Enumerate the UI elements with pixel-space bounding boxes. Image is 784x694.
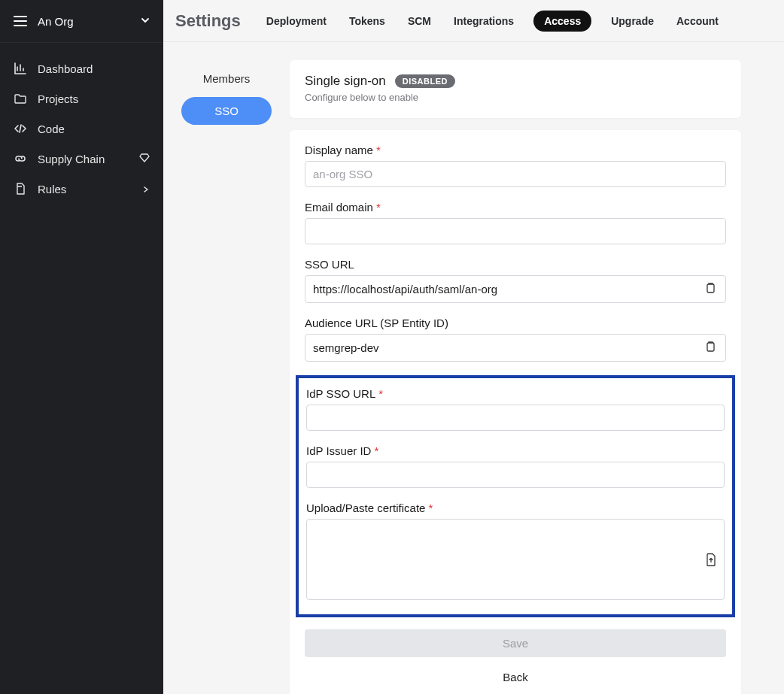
hamburger-icon (14, 16, 27, 26)
required-marker: * (428, 502, 433, 514)
back-button[interactable]: Back (305, 663, 726, 691)
subnav-members[interactable]: Members (181, 65, 272, 92)
label-email-domain: Email domain (305, 201, 373, 214)
idp-highlight-region: IdP SSO URL* IdP Issuer ID* Upload/Paste… (296, 375, 735, 617)
certificate-textarea[interactable] (306, 519, 725, 600)
content: Members SSO Single sign-on DISABLED Conf… (163, 42, 784, 694)
required-marker: * (376, 144, 381, 156)
org-name: An Org (38, 15, 130, 28)
chevron-right-icon (142, 183, 150, 195)
upload-certificate-button[interactable] (705, 553, 717, 568)
sso-url-value: https://localhost/api/auth/saml/an-org (313, 283, 703, 295)
status-badge: DISABLED (395, 74, 455, 88)
sidebar-item-dashboard[interactable]: Dashboard (0, 53, 163, 83)
required-marker: * (374, 444, 378, 457)
required-marker: * (378, 387, 383, 400)
audience-url-value: semgrep-dev (313, 341, 703, 354)
org-selector[interactable]: An Org (0, 0, 163, 42)
page-title: Settings (175, 11, 241, 31)
email-domain-input[interactable] (305, 218, 726, 244)
sso-subtitle: Configure below to enable (305, 92, 726, 103)
copy-sso-url-button[interactable] (703, 280, 718, 298)
topbar: Settings Deployment Tokens SCM Integrati… (163, 0, 784, 42)
sso-form-card: Display name* Email domain* SSO URL http… (290, 130, 741, 694)
label-idp-sso-url: IdP SSO URL (306, 387, 375, 400)
tab-tokens[interactable]: Tokens (346, 11, 388, 32)
field-certificate: Upload/Paste certificate* (306, 502, 725, 602)
field-audience-url: Audience URL (SP Entity ID) semgrep-dev (305, 317, 726, 362)
link-icon (14, 152, 27, 165)
panels: Single sign-on DISABLED Configure below … (290, 60, 741, 676)
sidebar-item-rules[interactable]: Rules (0, 174, 163, 204)
sidebar: An Org Dashboard Projects Code Supply Ch… (0, 0, 163, 694)
gem-icon (139, 153, 150, 165)
chevron-down-icon (141, 15, 150, 27)
subnav: Members SSO (181, 60, 272, 676)
svg-rect-1 (707, 343, 714, 351)
label-audience-url: Audience URL (SP Entity ID) (305, 317, 448, 329)
tab-upgrade[interactable]: Upgrade (608, 11, 657, 32)
sidebar-item-label: Rules (38, 183, 66, 195)
tab-deployment[interactable]: Deployment (263, 11, 330, 32)
tab-integrations[interactable]: Integrations (451, 11, 517, 32)
label-certificate: Upload/Paste certificate (306, 502, 425, 514)
sso-header-card: Single sign-on DISABLED Configure below … (290, 60, 741, 118)
code-icon (14, 122, 27, 135)
sidebar-item-label: Projects (38, 92, 78, 105)
label-idp-issuer-id: IdP Issuer ID (306, 444, 371, 457)
field-idp-issuer-id: IdP Issuer ID* (306, 444, 725, 488)
sidebar-item-label: Dashboard (38, 62, 93, 75)
idp-sso-url-input[interactable] (306, 405, 725, 431)
label-sso-url: SSO URL (305, 258, 354, 271)
folder-icon (14, 92, 27, 105)
required-marker: * (376, 201, 381, 214)
sidebar-item-projects[interactable]: Projects (0, 83, 163, 114)
field-idp-sso-url: IdP SSO URL* (306, 387, 725, 431)
copy-audience-url-button[interactable] (703, 339, 718, 356)
main: Settings Deployment Tokens SCM Integrati… (163, 0, 784, 694)
sso-title: Single sign-on (305, 74, 386, 89)
idp-issuer-id-input[interactable] (306, 462, 725, 488)
field-display-name: Display name* (305, 144, 726, 187)
tab-account[interactable]: Account (673, 11, 722, 32)
svg-rect-0 (707, 284, 714, 292)
document-icon (14, 182, 27, 195)
label-display-name: Display name (305, 144, 373, 156)
chart-icon (14, 62, 27, 75)
display-name-input[interactable] (305, 161, 726, 187)
tab-scm[interactable]: SCM (405, 11, 434, 32)
sidebar-nav: Dashboard Projects Code Supply Chain Rul… (0, 42, 163, 204)
subnav-sso[interactable]: SSO (181, 97, 272, 125)
clipboard-icon (704, 282, 716, 294)
tab-access[interactable]: Access (533, 11, 591, 32)
field-email-domain: Email domain* (305, 201, 726, 244)
sidebar-item-label: Supply Chain (38, 153, 105, 165)
sidebar-item-label: Code (38, 123, 65, 135)
file-upload-icon (705, 553, 717, 566)
field-sso-url: SSO URL https://localhost/api/auth/saml/… (305, 258, 726, 303)
sidebar-item-code[interactable]: Code (0, 114, 163, 144)
sidebar-item-supply-chain[interactable]: Supply Chain (0, 144, 163, 174)
save-button[interactable]: Save (305, 629, 726, 657)
clipboard-icon (704, 341, 716, 353)
